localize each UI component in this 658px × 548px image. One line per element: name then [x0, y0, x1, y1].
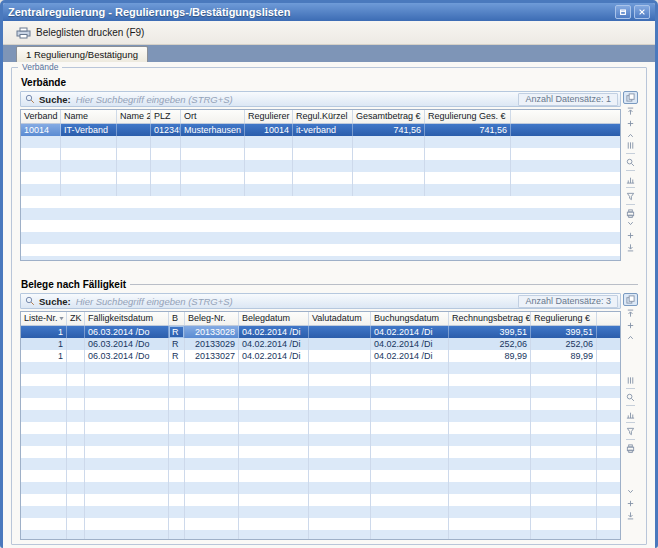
cell — [371, 458, 449, 470]
cell[interactable]: it-verband — [293, 124, 353, 136]
search-icon[interactable] — [624, 392, 637, 402]
cell[interactable] — [67, 350, 85, 362]
column-header[interactable]: ZK — [67, 312, 85, 325]
filter-icon[interactable] — [624, 426, 637, 436]
move-up-icon[interactable] — [624, 130, 637, 140]
add-row-icon[interactable] — [624, 230, 637, 240]
move-up-icon[interactable] — [624, 332, 637, 342]
cell[interactable] — [67, 326, 85, 338]
copy-grid-icon[interactable] — [623, 91, 638, 104]
cell[interactable]: 1 — [21, 338, 67, 350]
add-row-icon[interactable] — [624, 320, 637, 330]
cell[interactable] — [67, 338, 85, 350]
cell[interactable]: 04.02.2014 /Di — [371, 350, 449, 362]
cell[interactable]: 20133028 — [185, 326, 239, 338]
cell[interactable]: 89,99 — [531, 350, 597, 362]
scroll-top-icon[interactable] — [624, 106, 637, 116]
column-header[interactable]: Gesamtbetrag € — [353, 110, 425, 123]
column-header[interactable]: Regulierung Ges. € — [425, 110, 511, 123]
print-icon[interactable] — [624, 208, 637, 218]
cell[interactable]: 04.02.2014 /Di — [239, 326, 309, 338]
cell[interactable]: 1 — [21, 350, 67, 362]
chart-icon[interactable] — [624, 409, 637, 419]
add-row-icon[interactable] — [624, 498, 637, 508]
cell[interactable]: 04.02.2014 /Di — [371, 338, 449, 350]
table-row-selected[interactable]: 1 06.03.2014 /Do R 20133028 04.02.2014 /… — [21, 326, 620, 338]
cell[interactable]: 04.02.2014 /Di — [239, 350, 309, 362]
column-header-sorted[interactable]: Liste-Nr. — [21, 312, 67, 325]
cell[interactable] — [117, 124, 151, 136]
column-header[interactable]: Regulierer — [245, 110, 293, 123]
column-header[interactable]: PLZ — [151, 110, 181, 123]
scroll-down-icon[interactable] — [624, 218, 637, 228]
belege-search-bar[interactable]: Suche: Hier Suchbegriff eingeben (STRG+S… — [20, 293, 621, 309]
cell[interactable]: 741,56 — [425, 124, 511, 136]
cell[interactable]: Musterhausen — [181, 124, 245, 136]
column-header-filler — [597, 312, 620, 325]
column-header[interactable]: Fälligkeitsdatum — [85, 312, 169, 325]
column-header[interactable]: Name 2 — [117, 110, 151, 123]
close-button[interactable] — [634, 5, 650, 19]
column-header[interactable]: Regul.Kürzel — [293, 110, 353, 123]
cell[interactable]: 20133029 — [185, 338, 239, 350]
cell[interactable]: 252,06 — [449, 338, 531, 350]
tab-regulierung-bestaetigung[interactable]: 1 Regulierung/Bestätigung — [16, 46, 148, 62]
cell[interactable]: 89,99 — [449, 350, 531, 362]
cell — [67, 374, 85, 386]
column-header[interactable]: Buchungsdatum — [371, 312, 449, 325]
cell[interactable]: 04.02.2014 /Di — [239, 338, 309, 350]
title-bar[interactable]: Zentralregulierung - Regulierungs-/Bestä… — [3, 3, 655, 21]
cell[interactable]: 252,06 — [531, 338, 597, 350]
copy-grid-icon[interactable] — [623, 293, 638, 306]
sort-caret-down-icon — [58, 315, 65, 322]
scroll-down-icon[interactable] — [624, 486, 637, 496]
cell[interactable]: 10014 — [245, 124, 293, 136]
scroll-bottom-icon[interactable] — [624, 510, 637, 520]
column-header[interactable]: Belegdatum — [239, 312, 309, 325]
empty-row — [21, 172, 620, 184]
print-icon[interactable] — [624, 443, 637, 453]
scroll-bottom-icon[interactable] — [624, 242, 637, 252]
cell — [21, 386, 67, 398]
column-header[interactable]: Beleg-Nr. — [185, 312, 239, 325]
table-row-selected[interactable]: 10014 IT-Verband 012345 Musterhausen 100… — [21, 124, 620, 136]
column-header[interactable]: Name — [61, 110, 117, 123]
restore-button[interactable] — [615, 5, 631, 19]
chart-icon[interactable] — [624, 174, 637, 184]
cell[interactable] — [309, 326, 371, 338]
cell[interactable]: 20133027 — [185, 350, 239, 362]
cell[interactable]: 06.03.2014 /Do — [85, 350, 169, 362]
cell[interactable]: IT-Verband — [61, 124, 117, 136]
column-header[interactable]: Rechnungsbetrag € — [449, 312, 531, 325]
cell[interactable]: 012345 — [151, 124, 181, 136]
add-row-icon[interactable] — [624, 118, 637, 128]
cell[interactable]: 06.03.2014 /Do — [85, 338, 169, 350]
scroll-top-icon[interactable] — [624, 308, 637, 318]
column-header[interactable]: B — [169, 312, 185, 325]
print-lists-button[interactable]: Beleglisten drucken (F9) — [9, 24, 151, 42]
cell[interactable]: 1 — [21, 326, 67, 338]
column-config-icon[interactable] — [624, 140, 637, 150]
column-config-icon[interactable] — [624, 375, 637, 385]
cell[interactable]: R — [169, 338, 185, 350]
cell[interactable]: 06.03.2014 /Do — [85, 326, 169, 338]
column-header[interactable]: Ort — [181, 110, 245, 123]
column-header[interactable]: Regulierung € — [531, 312, 597, 325]
cell[interactable]: 10014 — [21, 124, 61, 136]
column-header[interactable]: Verband — [21, 110, 61, 123]
cell[interactable] — [309, 350, 371, 362]
table-row[interactable]: 1 06.03.2014 /Do R 20133027 04.02.2014 /… — [21, 350, 620, 362]
column-header[interactable]: Valutadatum — [309, 312, 371, 325]
cell[interactable]: R — [169, 326, 185, 338]
table-row[interactable]: 1 06.03.2014 /Do R 20133029 04.02.2014 /… — [21, 338, 620, 350]
search-icon[interactable] — [624, 157, 637, 167]
filter-icon[interactable] — [624, 191, 637, 201]
cell[interactable]: 399,51 — [531, 326, 597, 338]
verbaende-search-bar[interactable]: Suche: Hier Suchbegriff eingeben (STRG+S… — [20, 91, 621, 107]
cell[interactable] — [309, 338, 371, 350]
search-icon — [25, 296, 35, 306]
cell[interactable]: 399,51 — [449, 326, 531, 338]
cell[interactable]: 741,56 — [353, 124, 425, 136]
cell[interactable]: 04.02.2014 /Di — [371, 326, 449, 338]
cell[interactable]: R — [169, 350, 185, 362]
